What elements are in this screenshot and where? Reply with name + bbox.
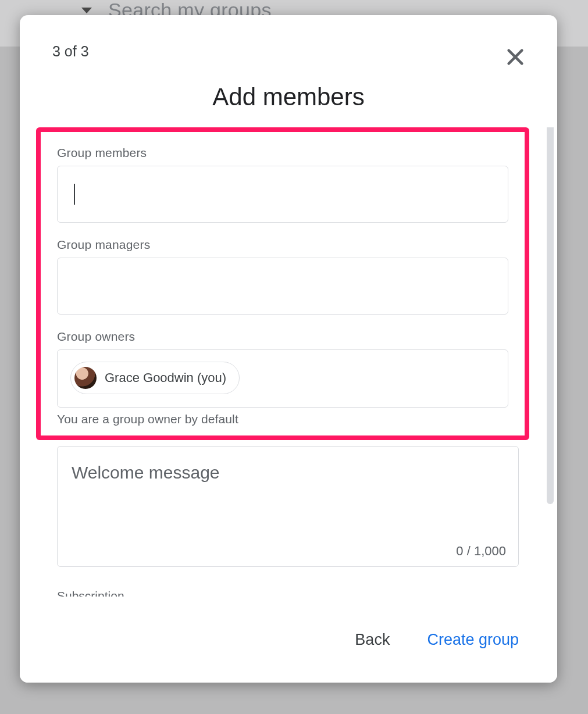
close-button[interactable] bbox=[504, 45, 527, 69]
highlighted-fields-box: Group members Group managers Group owner… bbox=[36, 127, 529, 440]
owner-chip-label: Grace Goodwin (you) bbox=[105, 370, 226, 385]
text-caret bbox=[74, 184, 75, 205]
owner-chip[interactable]: Grace Goodwin (you) bbox=[70, 362, 240, 394]
group-owners-label: Group owners bbox=[57, 330, 508, 344]
create-group-button[interactable]: Create group bbox=[421, 624, 525, 656]
dialog-title: Add members bbox=[52, 83, 525, 111]
avatar bbox=[74, 367, 97, 389]
dialog-body: Group members Group managers Group owner… bbox=[20, 127, 548, 597]
subscription-label: Subscription bbox=[57, 589, 519, 597]
group-managers-input[interactable] bbox=[57, 258, 508, 315]
dialog-header: 3 of 3 Add members bbox=[20, 15, 557, 111]
step-indicator: 3 of 3 bbox=[52, 43, 525, 60]
welcome-char-counter: 0 / 1,000 bbox=[456, 544, 506, 559]
back-button[interactable]: Back bbox=[349, 624, 395, 656]
group-owners-input[interactable]: Grace Goodwin (you) bbox=[57, 349, 508, 408]
dialog-footer: Back Create group bbox=[20, 597, 557, 683]
group-managers-label: Group managers bbox=[57, 238, 508, 252]
close-icon bbox=[505, 47, 525, 67]
welcome-message-field: 0 / 1,000 bbox=[57, 446, 519, 569]
add-members-dialog: 3 of 3 Add members Group members Group m… bbox=[20, 15, 557, 683]
dialog-body-wrapper: Group members Group managers Group owner… bbox=[20, 127, 557, 597]
group-members-label: Group members bbox=[57, 146, 508, 160]
dropdown-triangle-icon bbox=[81, 8, 92, 13]
group-members-input[interactable] bbox=[57, 166, 508, 223]
welcome-message-textarea[interactable] bbox=[57, 446, 519, 567]
owners-helper-text: You are a group owner by default bbox=[57, 412, 508, 426]
